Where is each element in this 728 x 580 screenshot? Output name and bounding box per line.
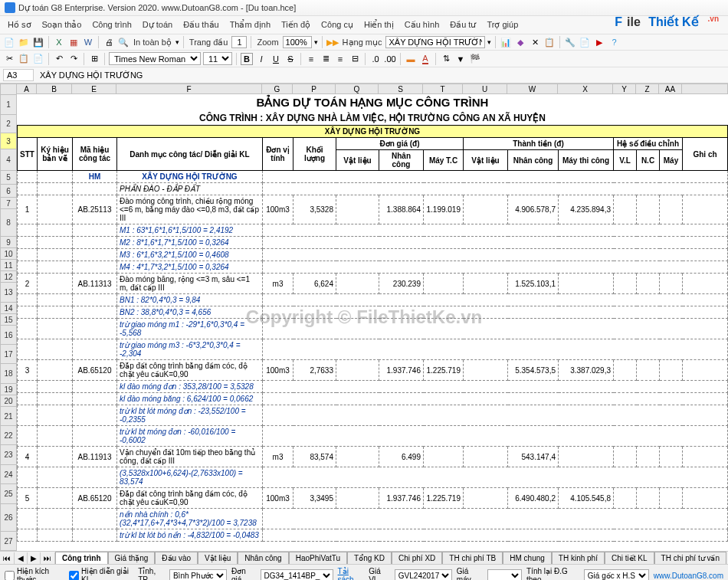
align-left-icon[interactable]: ≡	[305, 53, 317, 65]
tool6-icon[interactable]: 📄	[579, 36, 591, 48]
menu-congtrinh[interactable]: Công trình	[87, 18, 136, 32]
tool1-icon[interactable]: 📊	[500, 36, 512, 48]
table-row[interactable]: trừ kl bt móng đơn : -60,016/100 = -0,60…	[18, 426, 728, 447]
tinh-combo[interactable]: Bình Phước	[169, 569, 227, 580]
table-row[interactable]: 3AB.65120Đắp đất công trình bằng đầm cóc…	[18, 360, 728, 381]
tab-prev-icon[interactable]: ◀	[15, 552, 28, 564]
table-row[interactable]: nền nhà chính : 0,6*(32,4*17,6+7,4*3+4,7…	[18, 509, 728, 529]
table-row[interactable]: (3,5328x100+6,624)-(2,7633x100) = 83,574	[18, 467, 728, 488]
tab-hmchung[interactable]: HM chung	[503, 552, 552, 564]
font-color-icon[interactable]: A	[419, 53, 431, 65]
giavl-combo[interactable]: GVL242017	[395, 569, 452, 580]
table-row[interactable]: BN2 : 38,8*0,4*0,3 = 4,656	[18, 306, 728, 319]
menu-dutoan[interactable]: Dự toán	[138, 18, 177, 32]
tab-thcptb[interactable]: TH chi phí TB	[442, 552, 503, 564]
cell-address[interactable]: A3	[3, 69, 34, 81]
table-row[interactable]: trừ kl bt lót bó nền : -4,832/100 = -0,0…	[18, 529, 728, 542]
menu-cauhinh[interactable]: Cấu hình	[400, 18, 444, 32]
filter-icon[interactable]: ▼	[454, 53, 467, 65]
save-icon[interactable]: 💾	[32, 36, 44, 48]
redo-icon[interactable]: ↷	[67, 53, 80, 65]
bold-icon[interactable]: B	[241, 53, 253, 65]
underline-icon[interactable]: U	[270, 53, 282, 65]
dongia-combo[interactable]: DG34_1414BP_X	[261, 569, 333, 580]
menu-hienthi[interactable]: Hiển thị	[359, 18, 398, 32]
menu-dautu[interactable]: Đầu tư	[445, 18, 480, 32]
tab-chitietkl[interactable]: Chi tiết KL	[605, 552, 654, 564]
sort-icon[interactable]: ⇅	[440, 53, 452, 65]
table-row[interactable]: 4AB.11913Vận chuyển đất 10m tiếp theo bằ…	[18, 447, 728, 467]
menu-dauthau[interactable]: Đấu thầu	[179, 18, 223, 32]
table-row[interactable]: kl đào móng băng : 6,624/100 = 0,0662	[18, 393, 728, 405]
open-icon[interactable]: 📁	[18, 36, 30, 48]
tab-congtrinh[interactable]: Công trình	[55, 552, 108, 564]
strike-icon[interactable]: S	[284, 53, 297, 65]
menu-soanthao[interactable]: Soạn thảo	[38, 18, 87, 32]
font-combo[interactable]: Times New Roman	[109, 52, 201, 65]
pdf-icon[interactable]: ▦	[67, 36, 80, 48]
table-row[interactable]: kl đào móng đơn : 353,28/100 = 3,5328	[18, 381, 728, 393]
tab-thcptv[interactable]: TH chi phí tư vấn	[654, 552, 726, 564]
tab-haophi[interactable]: HaoPhiVatTu	[289, 552, 347, 564]
align-center-icon[interactable]: ≣	[320, 53, 332, 65]
menu-hoso[interactable]: Hồ sơ	[3, 18, 36, 32]
table-row[interactable]: trừ giao móng m3 : -6*3,2*0,3*0,4 = -2,3…	[18, 339, 728, 360]
chk-hienkt[interactable]: Hiện kích thước	[5, 567, 64, 580]
hangmuc-combo[interactable]	[385, 36, 485, 48]
tool4-icon[interactable]: 📋	[543, 36, 556, 48]
tool2-icon[interactable]: ◆	[514, 36, 526, 48]
new-icon[interactable]: 📄	[3, 36, 15, 48]
tab-last-icon[interactable]: ⏭	[41, 552, 55, 564]
tool3-icon[interactable]: ✕	[529, 36, 541, 48]
tab-chiphixd[interactable]: Chi phí XD	[392, 552, 442, 564]
menu-tiendo[interactable]: Tiến độ	[277, 18, 315, 32]
copy-icon[interactable]: 📋	[18, 53, 30, 65]
table-row[interactable]: 5AB.65120Đắp đất công trình bằng đầm cóc…	[18, 488, 728, 509]
paste-icon[interactable]: 📄	[32, 53, 44, 65]
align-right-icon[interactable]: ≡	[334, 53, 346, 65]
preview-icon[interactable]: 🔍	[117, 36, 130, 48]
menu-trogiup[interactable]: Trợ giúp	[482, 18, 523, 32]
tab-nhancong[interactable]: Nhân công	[238, 552, 288, 564]
chk-diengiai[interactable]: Hiện diễn giải KL	[69, 567, 133, 580]
menu-thamdinh[interactable]: Thẩm định	[225, 18, 275, 32]
fill-color-icon[interactable]: ▬	[405, 53, 417, 65]
merge-icon[interactable]: ⊟	[349, 53, 361, 65]
estimate-table[interactable]: BẢNG DỰ TOÁN HẠNG MỤC CÔNG TRÌNH CÔNG TR…	[17, 94, 728, 542]
inc-decimal-icon[interactable]: .0	[369, 53, 382, 65]
table-row[interactable]: BN1 : 82*0,4*0,3 = 9,84	[18, 294, 728, 306]
print-icon[interactable]: 🖨	[103, 36, 115, 48]
tool5-icon[interactable]: 🔧	[564, 36, 576, 48]
tab-first-icon[interactable]: ⏮	[0, 552, 15, 564]
table-row[interactable]: trừ giao móng m1 : -29*1,6*0,3*0,4 = -5,…	[18, 319, 728, 339]
print-all-label[interactable]: In toàn bộ	[132, 38, 173, 48]
flag-icon[interactable]: 🏁	[469, 53, 481, 65]
tab-dauvao[interactable]: Đầu vào	[155, 552, 198, 564]
border-icon[interactable]: ⊞	[88, 53, 100, 65]
table-row[interactable]: M2 : 8*1,6*1,7*1,5/100 = 0,3264	[18, 237, 728, 249]
page-input[interactable]	[231, 36, 247, 48]
table-row[interactable]: 1AB.25113Đào móng công trình, chiều rộng…	[18, 195, 728, 224]
word-icon[interactable]: W	[82, 36, 94, 48]
zoom-input[interactable]	[283, 36, 312, 48]
tab-giathang[interactable]: Giá thặng	[108, 552, 156, 564]
play-icon[interactable]: ▶▶	[326, 36, 339, 48]
help-icon[interactable]: ?	[608, 36, 620, 48]
youtube-icon[interactable]: ▶	[593, 36, 605, 48]
menu-congcu[interactable]: Công cụ	[316, 18, 358, 32]
table-row[interactable]: trừ kl bt lót móng đơn : -23,552/100 = -…	[18, 405, 728, 426]
table-row[interactable]: M3 : 6*1,6*3,2*1,5/100 = 0,4608	[18, 249, 728, 261]
italic-icon[interactable]: I	[255, 53, 267, 65]
tab-next-icon[interactable]: ▶	[28, 552, 41, 564]
dec-decimal-icon[interactable]: .00	[384, 53, 396, 65]
undo-icon[interactable]: ↶	[53, 53, 65, 65]
table-row[interactable]: M4 : 4*1,7*3,2*1,5/100 = 0,3264	[18, 261, 728, 274]
tinhlai-combo[interactable]: Giá gốc x H.S	[584, 569, 649, 580]
excel-icon[interactable]: X	[53, 36, 65, 48]
tab-vatlieu[interactable]: Vật liệu	[198, 552, 238, 564]
table-row[interactable]: 2AB.11313Đào móng băng, rộng <=3 m, sâu …	[18, 274, 728, 294]
table-row[interactable]: M1 : 63*1,6*1,6*1,5/100 = 2,4192	[18, 224, 728, 237]
taisach-link[interactable]: Tải sách	[338, 567, 365, 580]
giamay-combo[interactable]	[487, 569, 522, 580]
tab-tongkd[interactable]: Tổng KD	[347, 552, 392, 564]
